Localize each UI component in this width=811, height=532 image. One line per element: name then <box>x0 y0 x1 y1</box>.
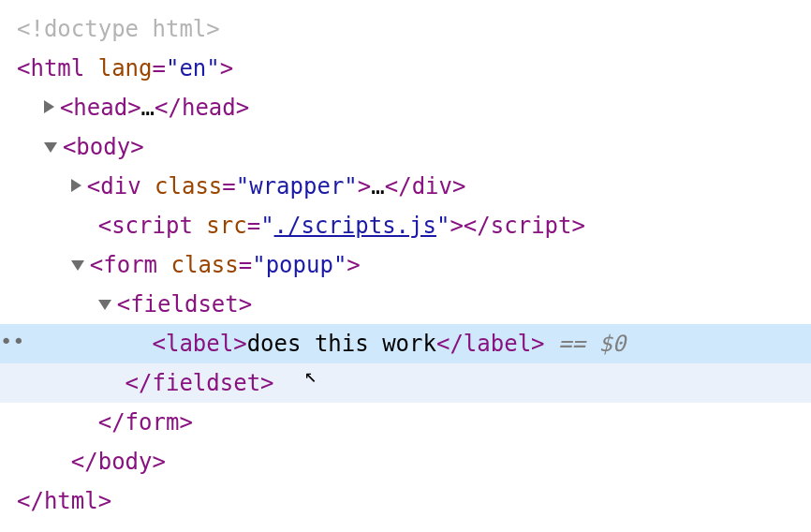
dom-line-html-close[interactable]: </html> <box>0 481 811 521</box>
dom-line-fieldset-close[interactable]: </fieldset>↖ <box>0 363 811 403</box>
expand-toggle-icon[interactable] <box>71 179 81 192</box>
dom-line-doctype[interactable]: <!doctype html> <box>0 9 811 49</box>
mouse-cursor-icon: ↖ <box>304 358 317 394</box>
breakpoint-gutter-icon[interactable]: •• <box>0 324 25 361</box>
expand-toggle-icon[interactable] <box>44 100 54 113</box>
dom-line-body-close[interactable]: </body> <box>0 442 811 481</box>
collapse-toggle-icon[interactable] <box>98 300 111 310</box>
dom-line-head[interactable]: <head>…</head> <box>0 88 811 127</box>
doctype-node: <!doctype html> <box>17 16 220 42</box>
dom-line-div-wrapper[interactable]: <div class="wrapper">…</div> <box>0 167 811 206</box>
dom-line-form-close[interactable]: </form> <box>0 403 811 442</box>
collapse-toggle-icon[interactable] <box>71 260 84 271</box>
dom-line-html-open[interactable]: <html lang="en"> <box>0 49 811 88</box>
dom-line-label-selected[interactable]: •• <label>does this work</label> == $0 <box>0 324 811 363</box>
dom-line-form-open[interactable]: <form class="popup"> <box>0 245 811 285</box>
dom-line-body-open[interactable]: <body> <box>0 127 811 167</box>
dom-line-fieldset-open[interactable]: <fieldset> <box>0 285 811 324</box>
script-src-link[interactable]: ./scripts.js <box>274 213 436 239</box>
dom-line-script[interactable]: <script src="./scripts.js"></script> <box>0 206 811 245</box>
console-reference: == $0 <box>545 331 627 357</box>
collapse-toggle-icon[interactable] <box>44 142 57 153</box>
